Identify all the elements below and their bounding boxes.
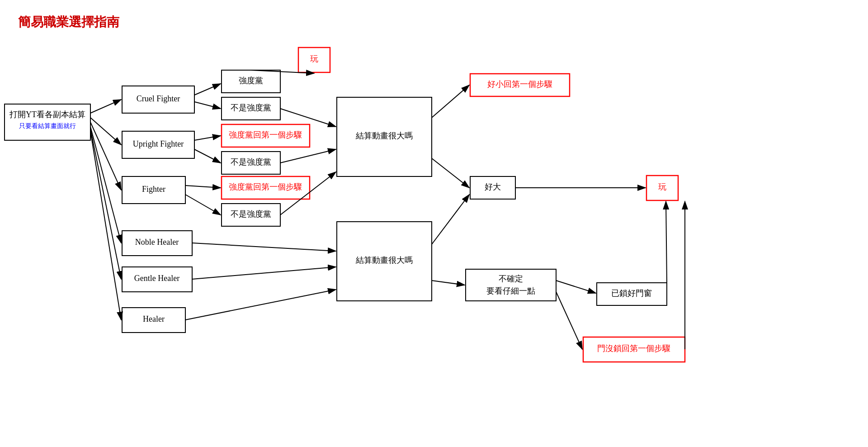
strength-back1-label: 強度黨回第一個步驟 bbox=[229, 130, 302, 139]
gentle-healer-label: Gentle Healer bbox=[134, 274, 179, 283]
arrow-start-fighter bbox=[90, 122, 121, 190]
arrow-calc2-uncertain bbox=[432, 281, 465, 285]
arrow-fighter-strengthback2 bbox=[185, 185, 221, 188]
locked-window-label: 已鎖好門窗 bbox=[611, 289, 652, 298]
uncertain-label1: 不確定 bbox=[499, 274, 523, 283]
good-small-label: 好小回第一個步驟 bbox=[487, 80, 552, 89]
start-node bbox=[5, 104, 90, 140]
arrow-start-gentle bbox=[90, 129, 121, 279]
not-strength3-label: 不是強度黨 bbox=[231, 209, 271, 219]
arrow-calc1-goodbig bbox=[432, 158, 469, 188]
play1-label: 玩 bbox=[310, 54, 318, 63]
arrow-calc1-goodsmall bbox=[432, 85, 469, 118]
arrow-healer-calc2 bbox=[185, 290, 336, 320]
start-label: 打開YT看各副本結算 bbox=[9, 110, 85, 119]
good-big-label: 好大 bbox=[485, 182, 501, 191]
calc-anim1-label: 結算動畫很大嗎 bbox=[355, 131, 413, 140]
calc-anim2-label: 結算動畫很大嗎 bbox=[355, 256, 413, 265]
arrow-upright-notstrength2 bbox=[194, 149, 221, 163]
cruel-fighter-label: Cruel Fighter bbox=[137, 94, 180, 103]
noble-healer-label: Noble Healer bbox=[135, 238, 179, 247]
arrow-uncertain-notlocked bbox=[556, 292, 582, 349]
start-sublabel: 只要看結算畫面就行 bbox=[19, 123, 76, 129]
healer-label: Healer bbox=[143, 314, 165, 323]
not-strength1-label: 不是強度黨 bbox=[231, 103, 271, 112]
arrow-gentle-calc2 bbox=[192, 267, 336, 279]
arrow-uncertain-locked bbox=[556, 281, 596, 293]
play2-label: 玩 bbox=[658, 182, 666, 191]
arrow-start-upright bbox=[90, 118, 121, 145]
strength-back2-label: 強度黨回第一個步驟 bbox=[229, 182, 302, 191]
arrow-fighter-notstrength3 bbox=[185, 195, 221, 215]
arrow-noble-calc2 bbox=[192, 243, 336, 251]
not-strength2-label: 不是強度黨 bbox=[231, 157, 271, 166]
fighter-label: Fighter bbox=[142, 185, 165, 194]
arrow-locked-play2 bbox=[666, 201, 667, 283]
uncertain-label2: 要看仔細一點 bbox=[486, 286, 535, 295]
strength-party1-label: 強度黨 bbox=[239, 76, 263, 85]
arrow-start-cruel bbox=[90, 100, 121, 113]
arrow-notstrength2-calc1 bbox=[280, 149, 336, 163]
arrow-cruel-notstrength1 bbox=[194, 102, 221, 109]
arrow-cruel-strength1 bbox=[194, 84, 221, 95]
arrow-calc2-goodbig bbox=[432, 195, 469, 244]
upright-fighter-label: Upright Fighter bbox=[133, 139, 184, 148]
arrow-upright-strengthback1 bbox=[194, 136, 221, 140]
not-locked-label: 門沒鎖回第一個步驟 bbox=[597, 344, 670, 353]
